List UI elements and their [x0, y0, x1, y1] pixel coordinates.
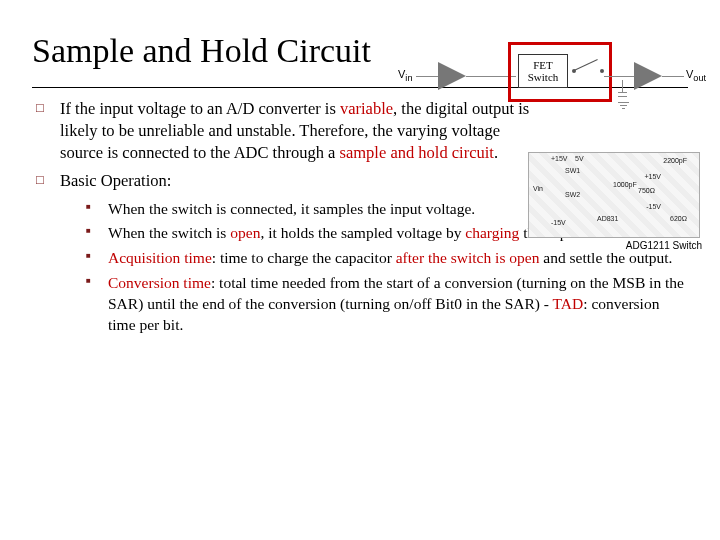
bullet-1-text: If the input voltage to an A/D converter… [60, 98, 540, 165]
fet-switch-box: FETSwitch [518, 54, 568, 88]
op-amp-icon [634, 62, 662, 90]
sub-bullet-1: When the switch is connected, it samples… [84, 199, 524, 220]
page-title: Sample and Hold Circuit [32, 30, 392, 73]
vout-label: Vout [686, 68, 706, 83]
slide: Sample and Hold Circuit Vin FETSwitch Vo… [0, 0, 720, 540]
adg-circuit-diagram: +15V 2200pF 5V +15V SW1 1000pF 750Ω Vin … [528, 152, 708, 262]
sub-bullet-4: Conversion time: total time needed from … [84, 273, 688, 336]
circuit-schematic-icon: +15V 2200pF 5V +15V SW1 1000pF 750Ω Vin … [528, 152, 700, 238]
bullet-2-text: Basic Operation: [60, 170, 540, 192]
diagram-caption: ADG1211 Switch [528, 240, 708, 251]
vin-label: Vin [398, 68, 412, 83]
op-amp-icon [438, 62, 466, 90]
